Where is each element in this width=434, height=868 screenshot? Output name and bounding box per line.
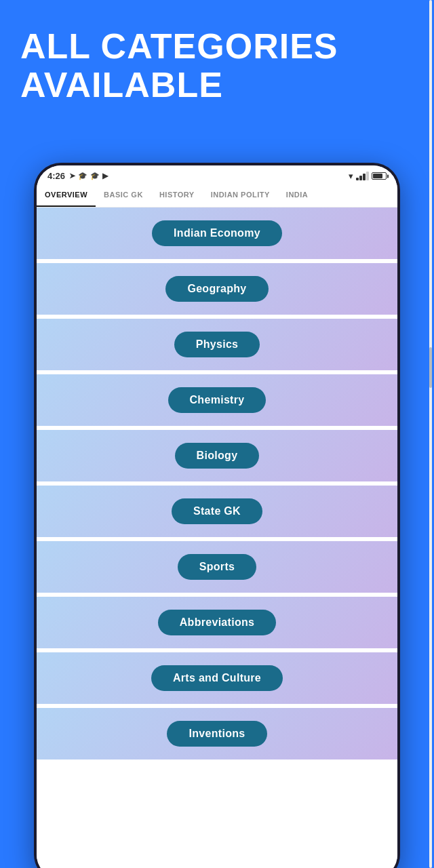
scrollbar-track <box>429 0 432 868</box>
mortarboard-icon: 🎓 <box>90 172 100 180</box>
category-btn-abbreviations[interactable]: Abbreviations <box>158 610 277 635</box>
category-btn-geography[interactable]: Geography <box>165 276 268 302</box>
status-left: 4:26 ➤ 🎓 🎓 ▶ <box>47 171 108 181</box>
category-btn-sports[interactable]: Sports <box>178 554 256 580</box>
phone-frame: 4:26 ➤ 🎓 🎓 ▶ ▾ <box>34 163 400 868</box>
status-right: ▾ <box>349 171 387 181</box>
youtube-icon: ▶ <box>102 172 108 180</box>
category-row[interactable]: Indian Economy <box>37 208 397 263</box>
status-bar: 4:26 ➤ 🎓 🎓 ▶ ▾ <box>37 165 397 184</box>
categories-list: Indian Economy Geography Physics Chemist… <box>37 208 397 868</box>
signal-bar-2 <box>359 176 362 180</box>
category-btn-arts-culture[interactable]: Arts and Culture <box>151 665 283 691</box>
category-btn-inventions[interactable]: Inventions <box>167 721 267 747</box>
battery-fill <box>373 174 382 178</box>
tab-history[interactable]: HISTORY <box>151 184 203 207</box>
category-row[interactable]: Biology <box>37 430 397 486</box>
battery-icon <box>372 172 387 180</box>
location-icon: ➤ <box>69 172 75 180</box>
status-icons: ➤ 🎓 🎓 ▶ <box>69 172 108 180</box>
category-btn-indian-economy[interactable]: Indian Economy <box>152 220 282 246</box>
tab-basic-gk[interactable]: BASIC GK <box>96 184 151 207</box>
school-icon: 🎓 <box>78 172 87 180</box>
category-btn-biology[interactable]: Biology <box>175 443 260 469</box>
category-row[interactable]: Chemistry <box>37 374 397 430</box>
category-row[interactable]: Sports <box>37 541 397 597</box>
category-row[interactable]: Geography <box>37 263 397 319</box>
tab-indian-polity[interactable]: INDIAN POLITY <box>203 184 278 207</box>
signal-bar-4 <box>366 172 369 180</box>
category-row[interactable]: State GK <box>37 486 397 541</box>
category-row[interactable]: Physics <box>37 319 397 374</box>
tab-overview[interactable]: OVERVIEW <box>37 184 96 207</box>
signal-bar-1 <box>356 178 359 180</box>
category-row[interactable]: Abbreviations <box>37 597 397 652</box>
tabs-bar: OVERVIEW BASIC GK HISTORY INDIAN POLITY … <box>37 184 397 208</box>
wifi-icon: ▾ <box>349 171 353 181</box>
category-btn-physics[interactable]: Physics <box>174 332 260 357</box>
tab-india[interactable]: INDIA <box>278 184 316 207</box>
page-title: ALL CATEGORIES AVAILABLE <box>20 27 338 104</box>
category-btn-state-gk[interactable]: State GK <box>172 498 262 524</box>
category-btn-chemistry[interactable]: Chemistry <box>168 387 267 413</box>
signal-bar-3 <box>363 174 366 180</box>
phone-screen: 4:26 ➤ 🎓 🎓 ▶ ▾ <box>37 165 397 868</box>
status-time: 4:26 <box>47 171 65 181</box>
scrollbar-thumb[interactable] <box>429 347 432 388</box>
category-row[interactable]: Arts and Culture <box>37 652 397 708</box>
category-row[interactable]: Inventions <box>37 708 397 764</box>
